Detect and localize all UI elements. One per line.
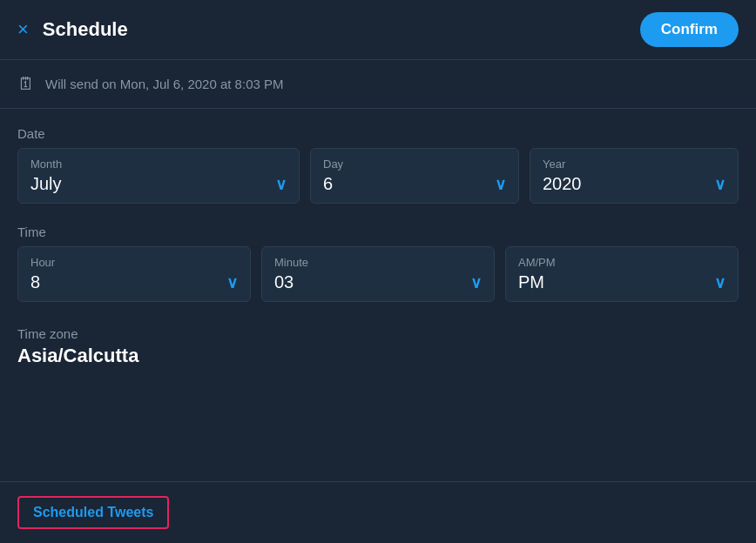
calendar-icon: 🗓 [17,74,35,94]
ampm-dropdown[interactable]: AM/PM PM ∨ [505,246,739,302]
schedule-info-text: Will send on Mon, Jul 6, 2020 at 8:03 PM [45,77,283,91]
minute-value: 03 [274,272,294,292]
header-left: × Schedule [17,18,128,41]
month-value-row: July ∨ [30,174,287,194]
hour-value: 8 [30,272,40,292]
ampm-label: AM/PM [518,256,726,269]
year-value: 2020 [543,174,582,194]
schedule-info-row: 🗓 Will send on Mon, Jul 6, 2020 at 8:03 … [0,60,756,109]
month-value: July [30,174,62,194]
timezone-section: Time zone Asia/Calcutta [17,326,739,367]
hour-dropdown[interactable]: Hour 8 ∨ [17,246,251,302]
month-dropdown[interactable]: Month July ∨ [17,148,300,204]
day-dropdown[interactable]: Day 6 ∨ [310,148,519,204]
time-section: Time Hour 8 ∨ Minute 03 ∨ [17,225,739,302]
app-container: × Schedule Confirm 🗓 Will send on Mon, J… [0,0,756,543]
header: × Schedule Confirm [0,0,756,60]
confirm-button[interactable]: Confirm [640,12,739,47]
day-value-row: 6 ∨ [323,174,506,194]
scheduled-tweets-button[interactable]: Scheduled Tweets [17,496,169,529]
footer: Scheduled Tweets [0,481,756,543]
month-label: Month [30,158,287,171]
year-dropdown[interactable]: Year 2020 ∨ [530,148,739,204]
year-chevron-icon: ∨ [714,175,726,194]
main-content: Date Month July ∨ Day 6 ∨ [0,109,756,481]
hour-value-row: 8 ∨ [30,272,238,292]
hour-chevron-icon: ∨ [226,273,238,292]
hour-label: Hour [30,256,238,269]
minute-label: Minute [274,256,482,269]
date-section-label: Date [17,126,739,141]
minute-dropdown[interactable]: Minute 03 ∨ [261,246,495,302]
minute-value-row: 03 ∨ [274,272,482,292]
ampm-chevron-icon: ∨ [714,273,726,292]
day-label: Day [323,158,506,171]
close-button[interactable]: × [17,20,29,39]
date-section: Date Month July ∨ Day 6 ∨ [17,126,739,204]
month-chevron-icon: ∨ [275,175,287,194]
ampm-value: PM [518,272,544,292]
time-dropdown-row: Hour 8 ∨ Minute 03 ∨ AM/PM [17,246,739,302]
page-title: Schedule [43,18,128,41]
timezone-label: Time zone [17,326,739,341]
year-value-row: 2020 ∨ [543,174,726,194]
ampm-value-row: PM ∨ [518,272,726,292]
minute-chevron-icon: ∨ [470,273,482,292]
date-dropdown-row: Month July ∨ Day 6 ∨ Year [17,148,739,204]
timezone-value: Asia/Calcutta [17,345,739,367]
day-value: 6 [323,174,333,194]
year-label: Year [543,158,726,171]
time-section-label: Time [17,225,739,239]
day-chevron-icon: ∨ [495,175,506,194]
